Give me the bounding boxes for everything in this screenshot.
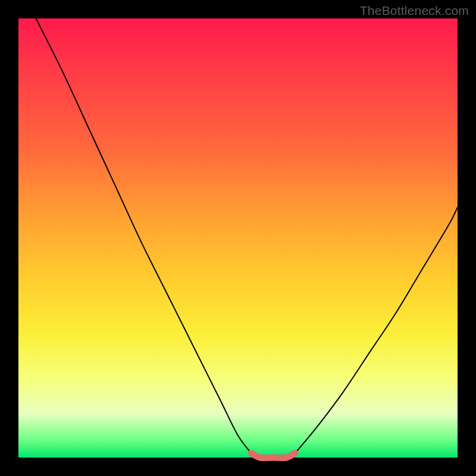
chart-frame: TheBottleneck.com: [0, 0, 476, 476]
right-curve-path: [295, 207, 458, 453]
watermark-text: TheBottleneck.com: [360, 4, 469, 18]
plot-area: [18, 18, 458, 458]
valley-path: [251, 453, 295, 458]
left-curve-path: [36, 18, 252, 453]
curve-svg: [18, 18, 458, 458]
